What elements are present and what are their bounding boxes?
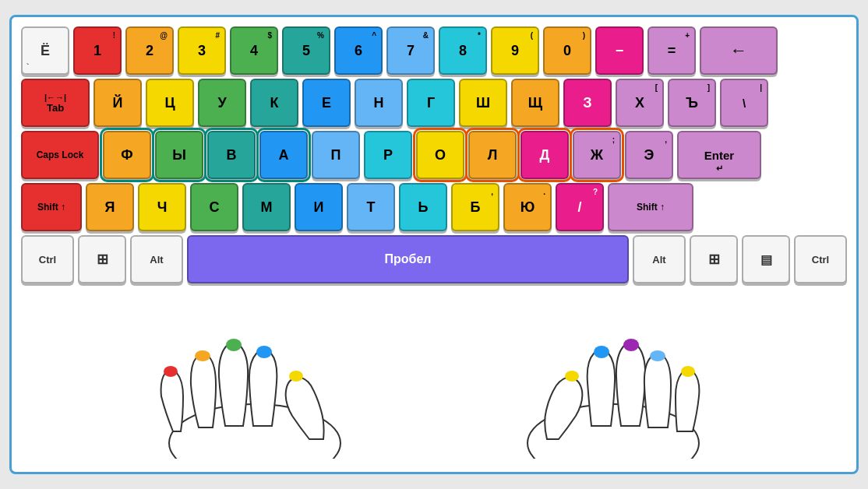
key-c[interactable]: С [190,183,238,231]
svg-point-5 [289,371,303,382]
row-numbers: Ё ` ! 1 @ 2 # 3 $ 4 % 5 [21,26,847,75]
key-9[interactable]: ( 9 [491,26,539,75]
key-u[interactable]: Г [407,79,455,127]
hands-svg [83,287,785,459]
key-minus[interactable]: − [595,26,644,75]
row-shift: Shift ↑ Я Ч С М И Т Ь , [21,183,847,231]
keyboard-container: Ё ` ! 1 @ 2 # 3 $ 4 % 5 [9,15,859,474]
key-g[interactable]: П [312,131,360,179]
key-6[interactable]: ^ 6 [334,26,383,75]
key-backspace[interactable]: ← [700,26,778,75]
key-shift-left[interactable]: Shift ↑ [21,183,82,231]
key-3[interactable]: # 3 [178,26,226,75]
key-equals[interactable]: + = [647,26,696,75]
key-a[interactable]: Ф [103,131,151,179]
key-y[interactable]: Н [355,79,403,127]
key-shift-right[interactable]: Shift ↑ [608,183,693,231]
key-capslock[interactable]: Caps Lock [21,131,99,179]
key-alt-right[interactable]: Alt [633,235,686,283]
key-backslash[interactable]: | \ [720,79,768,127]
key-tab[interactable]: |←→| Tab [21,79,90,127]
key-win-right[interactable]: ⊞ [690,235,738,283]
key-grave[interactable]: Ё ` [21,26,69,75]
key-s[interactable]: Ы [155,131,203,179]
svg-point-4 [256,346,272,358]
key-4[interactable]: $ 4 [230,26,278,75]
svg-point-9 [623,339,639,351]
svg-point-11 [681,366,695,377]
key-z[interactable]: Я [86,183,134,231]
key-0[interactable]: ) 0 [543,26,591,75]
key-r[interactable]: К [250,79,298,127]
key-enter[interactable]: Enter ↵ [677,131,761,179]
key-8[interactable]: * 8 [439,26,487,75]
row-home: Caps Lock Ф Ы В А П Р О [21,131,847,179]
key-x[interactable]: Ч [138,183,186,231]
key-rbracket[interactable]: ] Ъ [668,79,716,127]
key-l[interactable]: Д [520,131,569,179]
svg-point-1 [164,366,178,377]
svg-point-2 [195,350,210,361]
key-e[interactable]: У [198,79,246,127]
keyboard-rows: Ё ` ! 1 @ 2 # 3 $ 4 % 5 [21,26,847,283]
key-2[interactable]: @ 2 [125,26,174,75]
svg-point-7 [565,371,579,382]
key-t[interactable]: Е [302,79,351,127]
key-comma[interactable]: , Б [451,183,499,231]
key-j[interactable]: О [416,131,464,179]
key-v[interactable]: М [242,183,291,231]
key-m[interactable]: Ь [399,183,447,231]
key-win-left[interactable]: ⊞ [78,235,126,283]
key-alt-left[interactable]: Alt [130,235,183,283]
key-slash[interactable]: ? / [556,183,604,231]
key-ctrl-right[interactable]: Ctrl [794,235,847,283]
row-qwerty: |←→| Tab Й Ц У К Е Н Г [21,79,847,127]
key-d[interactable]: В [207,131,256,179]
hands-illustration [21,287,847,459]
key-space[interactable]: Пробел [187,235,629,283]
key-period[interactable]: . Ю [503,183,552,231]
key-7[interactable]: & 7 [386,26,435,75]
key-n[interactable]: Т [347,183,395,231]
key-h[interactable]: Р [364,131,412,179]
row-bottom: Ctrl ⊞ Alt Пробел Alt ⊞ ▤ Ctrl [21,235,847,283]
key-semicolon[interactable]: ; Ж [573,131,621,179]
key-b[interactable]: И [295,183,343,231]
key-ctrl-left[interactable]: Ctrl [21,235,74,283]
key-f[interactable]: А [259,131,308,179]
key-q[interactable]: Й [94,79,142,127]
key-menu[interactable]: ▤ [742,235,790,283]
key-o[interactable]: Щ [511,79,559,127]
svg-point-8 [594,346,609,358]
key-lbracket[interactable]: [ Х [616,79,664,127]
key-5[interactable]: % 5 [282,26,330,75]
svg-point-10 [650,350,665,361]
key-quote[interactable]: , Э [625,131,673,179]
key-p[interactable]: З [563,79,612,127]
key-w[interactable]: Ц [146,79,194,127]
key-1[interactable]: ! 1 [73,26,122,75]
svg-point-3 [226,339,242,351]
key-k[interactable]: Л [468,131,517,179]
key-i[interactable]: Ш [459,79,507,127]
